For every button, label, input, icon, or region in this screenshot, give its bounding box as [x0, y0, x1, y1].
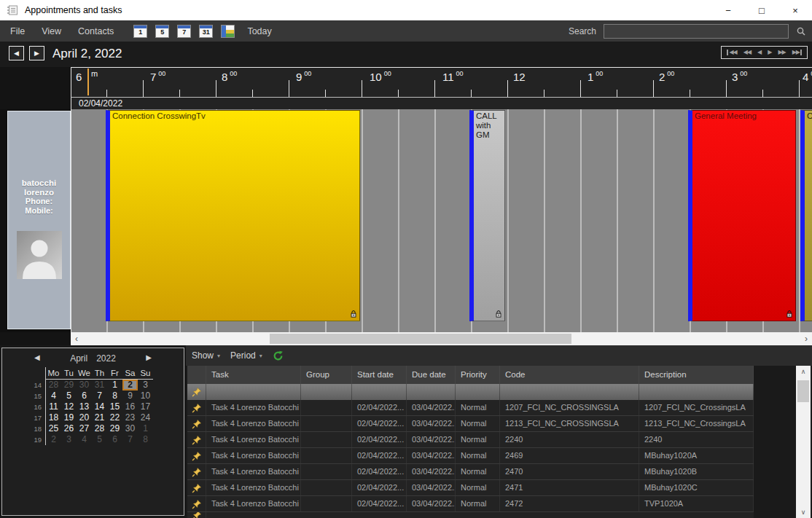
minical-day[interactable]: 29: [107, 423, 122, 434]
task-row[interactable]: Task 4 Lorenzo Batocchi02/04/2022...03/0…: [187, 448, 754, 464]
scroll-up-arrow[interactable]: ∧: [796, 366, 811, 377]
minimize-button[interactable]: −: [711, 0, 745, 20]
filter-cell[interactable]: [456, 384, 500, 400]
nav-last-button[interactable]: ▶▶: [792, 49, 802, 56]
search-input[interactable]: [604, 24, 789, 39]
task-column-header[interactable]: Due date: [407, 366, 456, 384]
appointment[interactable]: Clo: [800, 110, 812, 321]
search-icon[interactable]: [796, 26, 806, 36]
minical-day[interactable]: 24: [138, 412, 153, 423]
day-view-icon[interactable]: 1: [133, 25, 147, 38]
minical-day[interactable]: 27: [77, 423, 92, 434]
menu-file[interactable]: File: [10, 26, 25, 36]
filter-cell[interactable]: [206, 384, 301, 400]
minical-day[interactable]: 10: [138, 391, 153, 401]
menu-view[interactable]: View: [42, 26, 61, 36]
minical-day[interactable]: 1: [107, 380, 122, 391]
minical-day[interactable]: 3: [61, 434, 77, 445]
next-day-button[interactable]: ▶: [29, 46, 44, 60]
task-filter-row[interactable]: [187, 384, 754, 400]
scroll-down-arrow[interactable]: ∨: [796, 506, 811, 518]
minical-day[interactable]: 5: [61, 391, 77, 401]
appointment[interactable]: General Meeting: [688, 110, 796, 321]
minical-day[interactable]: 20: [77, 412, 92, 423]
appointment[interactable]: Connection CrosswingTv: [106, 110, 360, 321]
week-view-icon[interactable]: 7: [177, 25, 191, 38]
minical-day[interactable]: 4: [46, 391, 61, 401]
task-row[interactable]: Task 4 Lorenzo Batocchi02/04/2022...03/0…: [187, 432, 754, 448]
contact-cell[interactable]: batocchi lorenzo Phone: Mobile:: [7, 111, 71, 329]
today-button[interactable]: Today: [247, 26, 271, 36]
nav-next-button[interactable]: ▶: [768, 49, 771, 56]
minical-day[interactable]: 30: [77, 380, 92, 391]
task-row[interactable]: Task 4 Lorenzo Batocchi02/04/2022...03/0…: [187, 416, 754, 432]
month-view-icon[interactable]: 31: [199, 25, 213, 38]
minical-day[interactable]: 7: [122, 434, 138, 445]
nav-prev-page-button[interactable]: ◀◀: [743, 49, 751, 56]
nav-next-page-button[interactable]: ▶▶: [778, 49, 785, 56]
minical-day[interactable]: 30: [122, 423, 138, 434]
show-dropdown[interactable]: Show: [192, 350, 220, 361]
filter-cell[interactable]: [301, 384, 352, 400]
scroll-left-arrow[interactable]: ‹: [71, 332, 82, 345]
minical-day[interactable]: 26: [61, 423, 77, 434]
minical-day[interactable]: 2: [122, 380, 138, 391]
prev-day-button[interactable]: ◀: [9, 46, 24, 60]
filter-cell[interactable]: [639, 384, 754, 400]
minical-day[interactable]: 3: [138, 380, 153, 391]
maximize-button[interactable]: □: [745, 0, 778, 20]
nav-first-button[interactable]: ◀◀: [727, 49, 736, 56]
close-button[interactable]: ×: [778, 0, 812, 20]
timeline-view-icon[interactable]: [221, 25, 235, 38]
scroll-right-arrow[interactable]: ›: [800, 332, 812, 345]
task-row[interactable]: Task 4 Lorenzo Batocchi02/04/2022...03/0…: [187, 400, 754, 416]
task-column-header[interactable]: Group: [301, 366, 352, 384]
minical-day[interactable]: 22: [107, 412, 122, 423]
minical-day[interactable]: 1: [138, 423, 153, 434]
task-row[interactable]: Task 4 Lorenzo Batocchi02/04/2022...03/0…: [187, 480, 754, 496]
task-column-header[interactable]: Code: [500, 366, 639, 384]
task-row[interactable]: Task 4 Lorenzo Batocchi02/04/2022...03/0…: [187, 496, 754, 512]
minical-day[interactable]: 9: [122, 391, 138, 401]
task-column-header[interactable]: Priority: [456, 366, 500, 384]
minical-day[interactable]: 12: [61, 401, 77, 412]
minical-day[interactable]: 31: [92, 380, 107, 391]
minical-day[interactable]: 28: [92, 423, 107, 434]
minical-day[interactable]: 2: [46, 434, 61, 445]
calendar-next-month-button[interactable]: ▶: [146, 353, 152, 361]
minical-day[interactable]: 5: [92, 434, 107, 445]
refresh-icon[interactable]: [273, 350, 284, 361]
minical-day[interactable]: 6: [77, 391, 92, 401]
filter-cell[interactable]: [500, 384, 639, 400]
task-column-header[interactable]: Task: [206, 366, 301, 384]
menu-contacts[interactable]: Contacts: [78, 26, 114, 36]
minical-day[interactable]: 17: [138, 401, 153, 412]
minical-day[interactable]: 29: [61, 380, 77, 391]
minical-day[interactable]: 6: [107, 434, 122, 445]
minical-day[interactable]: 8: [107, 391, 122, 401]
minical-day[interactable]: 7: [92, 391, 107, 401]
filter-cell[interactable]: [407, 384, 456, 400]
minical-day[interactable]: 8: [138, 434, 153, 445]
minical-day[interactable]: 15: [107, 401, 122, 412]
workweek-view-icon[interactable]: 5: [155, 25, 169, 38]
filter-cell[interactable]: [352, 384, 407, 400]
task-row[interactable]: Task 4 Lorenzo Batocchi02/04/2022...03/0…: [187, 464, 754, 480]
minical-day[interactable]: 23: [122, 412, 138, 423]
vertical-scrollbar-thumb[interactable]: [797, 380, 809, 402]
minical-day[interactable]: 25: [46, 423, 61, 434]
minical-day[interactable]: 4: [77, 434, 92, 445]
minical-day[interactable]: 28: [46, 380, 61, 391]
appointment[interactable]: CALL with GM: [469, 110, 505, 321]
task-column-header[interactable]: Description: [639, 366, 754, 384]
minical-day[interactable]: 14: [92, 401, 107, 412]
minical-day[interactable]: 21: [92, 412, 107, 423]
schedule-grid[interactable]: Connection CrosswingTvCALL with GMGenera…: [71, 109, 812, 332]
minical-day[interactable]: 18: [46, 412, 61, 423]
horizontal-scrollbar-thumb[interactable]: [270, 334, 571, 344]
minical-day[interactable]: 13: [77, 401, 92, 412]
nav-prev-button[interactable]: ◀: [757, 49, 761, 56]
task-column-header[interactable]: Start date: [352, 366, 407, 384]
minical-day[interactable]: 19: [61, 412, 77, 423]
period-dropdown[interactable]: Period: [230, 350, 262, 361]
